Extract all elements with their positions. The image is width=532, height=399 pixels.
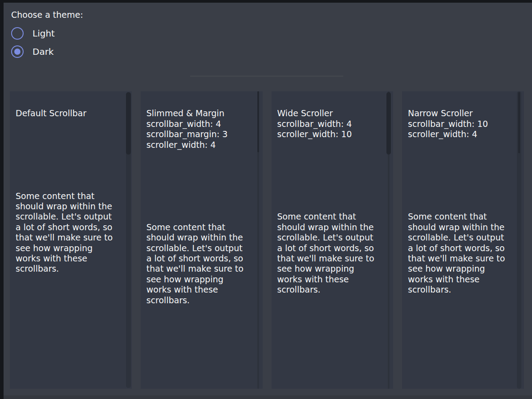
panel-header: Wide Scroller scrollbar_width: 4 scrolle…: [277, 108, 383, 139]
radio-dot: [14, 49, 20, 55]
radio-label-dark: Dark: [32, 46, 53, 57]
panel-narrow-scroller[interactable]: Narrow Scroller scrollbar_width: 10 scro…: [402, 91, 524, 389]
radio-selected-icon: [11, 45, 24, 58]
scrollbar-demo-row: Default Scrollbar Some content that shou…: [10, 91, 524, 389]
panel-wide-scroller[interactable]: Wide Scroller scrollbar_width: 4 scrolle…: [272, 91, 394, 389]
panel-header: Narrow Scroller scrollbar_width: 10 scro…: [408, 108, 513, 139]
bottom-edge-band: [4, 395, 532, 399]
panel-spacer: [408, 150, 513, 201]
panel-content-text: Some content that should wrap within the…: [277, 212, 383, 295]
panel-spacer: [16, 129, 121, 180]
panel-content-text: Some content that should wrap within the…: [16, 191, 121, 274]
panel-body: Narrow Scroller scrollbar_width: 10 scro…: [408, 98, 513, 305]
radio-unselected-icon: [11, 27, 24, 40]
app-window: Choose a theme: Light Dark Default Scrol…: [4, 3, 532, 395]
panel-spacer: [277, 150, 383, 201]
panel-content-text: Some content that should wrap within the…: [146, 222, 252, 305]
panel-header: Default Scrollbar: [16, 108, 121, 118]
panel-spacer: [146, 160, 252, 212]
scrollbar-thumb[interactable]: [257, 91, 259, 152]
panel-slimmed-and-margin[interactable]: Slimmed & Margin scrollbar_width: 4 scro…: [141, 91, 263, 389]
theme-chooser-label: Choose a theme:: [11, 10, 83, 20]
scrollbar-thumb[interactable]: [518, 92, 520, 153]
panel-header: Slimmed & Margin scrollbar_width: 4 scro…: [146, 108, 252, 150]
radio-option-light[interactable]: Light: [11, 27, 55, 40]
scrollbar-thumb[interactable]: [386, 92, 391, 155]
horizontal-divider: [190, 76, 343, 77]
radio-label-light: Light: [32, 28, 55, 39]
panel-content-text: Some content that should wrap within the…: [408, 212, 513, 295]
panel-body: Default Scrollbar Some content that shou…: [16, 98, 121, 285]
panel-body: Wide Scroller scrollbar_width: 4 scrolle…: [277, 98, 383, 305]
radio-option-dark[interactable]: Dark: [11, 45, 53, 58]
panel-default-scrollbar[interactable]: Default Scrollbar Some content that shou…: [10, 91, 132, 389]
scrollbar-thumb[interactable]: [126, 92, 131, 155]
panel-body: Slimmed & Margin scrollbar_width: 4 scro…: [146, 98, 252, 316]
